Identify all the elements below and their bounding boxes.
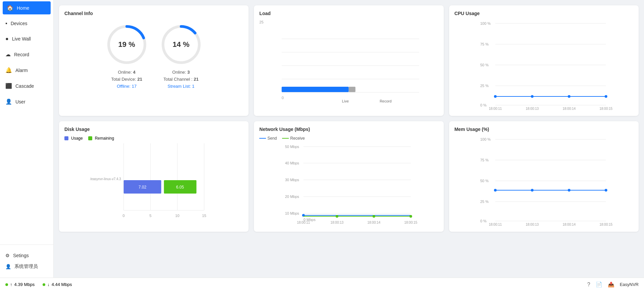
share-icon[interactable]: 📤 [608,281,614,288]
disk-chart-area: /easynvr-linux-v7.4.3 7.02 6.05 0 5 10 1… [64,143,243,224]
network-title: Network Usage (Mbps) [259,127,438,132]
svg-text:Live: Live [342,99,349,103]
svg-text:50 %: 50 % [480,63,488,67]
svg-text:50 Mbps: 50 Mbps [285,145,300,149]
gauge1-wrap: 19 % [105,23,149,66]
send-legend: Send [259,136,277,141]
load-y-max: 25 [259,20,438,24]
svg-text:100 %: 100 % [480,21,490,25]
app-name: EasyNVR [620,282,639,287]
status-right: ? 📄 📤 EasyNVR [587,281,639,288]
sidebar-item-record[interactable]: ☁ Record [0,47,53,62]
receive-legend: Receive [282,136,305,141]
svg-text:18:00:11: 18:00:11 [489,107,502,111]
sidebar-item-devices[interactable]: ▪ Devices [0,16,53,31]
gauges-container: 19 % Online: 4 Total Device: 21 [64,20,243,92]
gauge2-stream: Stream List: 1 [163,83,199,90]
svg-text:18:00:15: 18:00:15 [599,107,612,111]
cpu-title: CPU Usage [454,11,633,16]
status-left: ↑ 4.39 Mbps ↓ 4.44 Mbps [5,282,72,287]
svg-point-76 [531,189,533,192]
upload-indicator: ↑ 4.39 Mbps [5,282,35,287]
settings-item[interactable]: ⚙ Setings [5,250,48,261]
svg-point-58 [336,215,338,218]
svg-text:18:00:14: 18:00:14 [562,223,576,226]
svg-text:18:00:15: 18:00:15 [599,223,612,226]
svg-point-75 [494,189,496,192]
download-indicator: ↓ 4.44 Mbps [43,282,72,287]
gauge2-wrap: 14 % [159,23,203,66]
usage-legend-color [64,136,68,140]
gauge-device: 19 % Online: 4 Total Device: 21 [105,23,149,90]
svg-text:6.05: 6.05 [176,185,184,190]
gauge1-online: Online: 4 [111,69,142,76]
svg-text:50 %: 50 % [480,179,488,183]
svg-point-59 [373,215,375,218]
user-icon: 👤 [5,98,12,105]
mem-chart-area: 100 % 75 % 50 % 25 % 0 % [454,136,633,226]
svg-text:5: 5 [150,214,152,218]
download-arrow: ↓ [47,282,50,287]
svg-text:0 %: 0 % [480,103,486,107]
gauge2-stream-link[interactable]: Stream List: 1 [168,84,195,89]
mem-usage-card: Mem Usage (%) 100 % 75 % 50 % 25 % 0 % [449,121,639,232]
help-icon[interactable]: ? [587,282,590,288]
sidebar-item-livewall[interactable]: ● Live Wall [0,31,53,47]
gauge1-info: Online: 4 Total Device: 21 Offline: 17 [111,69,142,90]
sidebar-bottom: ⚙ Setings 👤 系统管理员 [0,244,53,278]
svg-text:18:00:11: 18:00:11 [489,223,502,226]
svg-point-26 [568,95,570,98]
svg-text:18:00:15: 18:00:15 [405,221,418,224]
svg-point-60 [410,215,412,218]
download-dot [43,283,45,286]
svg-point-25 [531,95,533,98]
gauge2-online: Online: 3 [163,69,199,76]
remaining-legend-color [88,136,92,140]
sidebar-item-alarm[interactable]: 🔔 Alarm [0,62,53,78]
load-chart-svg: 0 Live Record [259,25,438,106]
alarm-icon: 🔔 [5,67,12,73]
upload-speed: 4.39 Mbps [14,282,35,287]
upload-arrow: ↑ [10,282,12,287]
livewall-icon: ● [5,36,9,42]
sidebar-item-user[interactable]: 👤 User [0,94,53,110]
sidebar-nav: ▪ Devices ● Live Wall ☁ Record 🔔 Alarm ⬛… [0,16,53,244]
status-bar: ↑ 4.39 Mbps ↓ 4.44 Mbps ? 📄 📤 EasyNVR [0,278,644,291]
svg-text:15: 15 [202,214,206,218]
user-item[interactable]: 👤 系统管理员 [5,261,48,272]
network-chart-svg: 50 Mbps 40 Mbps 30 Mbps 20 Mbps 10 Mbps … [259,143,438,225]
cpu-chart-area: 100 % 75 % 50 % 25 % 0 % [454,20,633,111]
svg-text:30 Mbps: 30 Mbps [285,178,300,182]
svg-text:0 %: 0 % [480,219,486,223]
load-card: Load 25 0 [254,5,443,116]
svg-point-77 [568,189,570,192]
svg-text:18:00:11: 18:00:11 [297,221,310,224]
svg-text:100 %: 100 % [480,137,490,141]
network-usage-card: Network Usage (Mbps) Send Receive 50 Mbp… [254,121,443,232]
svg-point-24 [494,95,496,98]
gauge1-offline-link[interactable]: Offline: 17 [117,84,137,89]
sidebar-item-cascade[interactable]: ⬛ Cascade [0,78,53,94]
svg-text:10: 10 [175,214,179,218]
svg-rect-9 [282,87,349,92]
home-icon: 🏠 [7,5,13,11]
channel-info-title: Channel Info [64,11,243,16]
gauge2-total: Total Channel : 21 [163,76,199,83]
disk-title: Disk Usage [64,127,243,132]
svg-text:7.02: 7.02 [139,185,147,190]
main-content: Channel Info 19 % Onl [54,0,644,278]
svg-text:18:00:13: 18:00:13 [526,107,539,111]
gauge1-value: 19 % [118,40,135,49]
svg-rect-10 [349,87,356,92]
record-icon: ☁ [5,51,11,58]
svg-point-27 [604,95,607,98]
svg-text:18:00:14: 18:00:14 [562,107,576,111]
cpu-usage-card: CPU Usage 100 % 75 % 50 % 25 % 0 % [449,5,639,116]
remaining-legend: Remaining [88,136,114,141]
gauge2-value: 14 % [173,40,190,49]
doc-icon[interactable]: 📄 [596,281,602,288]
sidebar-item-home[interactable]: 🏠 Home [3,1,51,14]
gauge2-info: Online: 3 Total Channel : 21 Stream List… [163,69,199,90]
download-speed: 4.44 Mbps [52,282,72,287]
disk-usage-card: Disk Usage Usage Remaining [59,121,249,232]
